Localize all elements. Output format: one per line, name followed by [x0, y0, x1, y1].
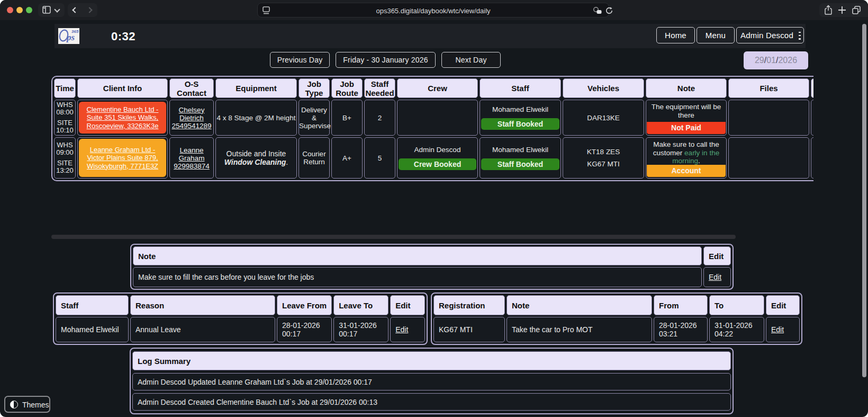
svg-text:365: 365 — [71, 29, 79, 34]
